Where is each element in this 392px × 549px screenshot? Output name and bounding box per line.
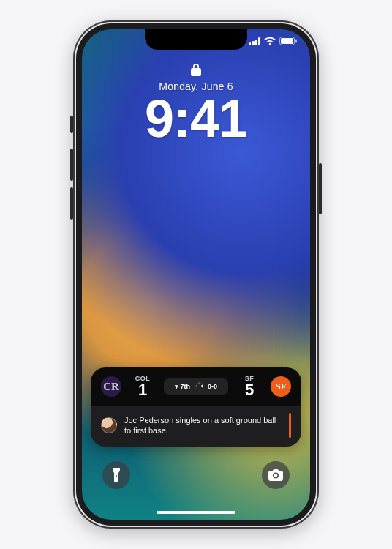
inning-text: ▾ 7th <box>175 383 190 390</box>
status-bar-right <box>249 37 297 45</box>
cellular-signal-icon <box>249 37 260 45</box>
notch <box>145 29 247 50</box>
svg-rect-3 <box>197 382 200 385</box>
live-activity-card[interactable]: CR COL 1 ▾ 7th 0-0 <box>91 367 301 447</box>
count-text: 0-0 <box>208 383 217 390</box>
away-team-score: 1 <box>138 382 147 398</box>
battery-icon <box>279 37 297 45</box>
lock-icon <box>191 63 201 76</box>
camera-button[interactable] <box>262 461 290 489</box>
flashlight-icon <box>111 468 121 482</box>
inning-pill: ▾ 7th 0-0 <box>164 378 228 395</box>
live-activity-news-text: Joc Pederson singles on a soft ground ba… <box>124 415 282 436</box>
live-activity-news-row: Joc Pederson singles on a soft ground ba… <box>91 406 301 447</box>
home-indicator[interactable] <box>157 511 235 514</box>
volume-up-button <box>70 149 73 181</box>
ring-silent-switch <box>70 116 73 133</box>
player-avatar <box>101 417 117 433</box>
svg-rect-4 <box>200 384 203 387</box>
svg-rect-1 <box>281 38 293 44</box>
live-activity-score-row: CR COL 1 ▾ 7th 0-0 <box>91 367 301 406</box>
volume-down-button <box>70 187 73 220</box>
lock-header: Monday, June 6 9:41 <box>82 63 310 145</box>
home-team-block: SF 5 <box>235 375 263 398</box>
iphone-device-frame: Monday, June 6 9:41 CR COL 1 ▾ 7th <box>73 20 319 529</box>
side-button <box>319 163 322 214</box>
svg-rect-5 <box>195 384 197 387</box>
lock-screen[interactable]: Monday, June 6 9:41 CR COL 1 ▾ 7th <box>82 29 310 520</box>
home-team-logo: SF <box>271 376 291 397</box>
team-accent-bar <box>289 413 291 438</box>
flashlight-button[interactable] <box>102 461 130 489</box>
wifi-icon <box>264 37 276 45</box>
lock-time: 9:41 <box>145 92 247 145</box>
away-team-block: COL 1 <box>129 375 157 398</box>
bases-diamond-icon <box>195 382 203 391</box>
camera-icon <box>268 469 283 481</box>
home-team-score: 5 <box>245 382 254 398</box>
svg-rect-2 <box>295 40 297 43</box>
away-team-logo: CR <box>101 376 121 397</box>
